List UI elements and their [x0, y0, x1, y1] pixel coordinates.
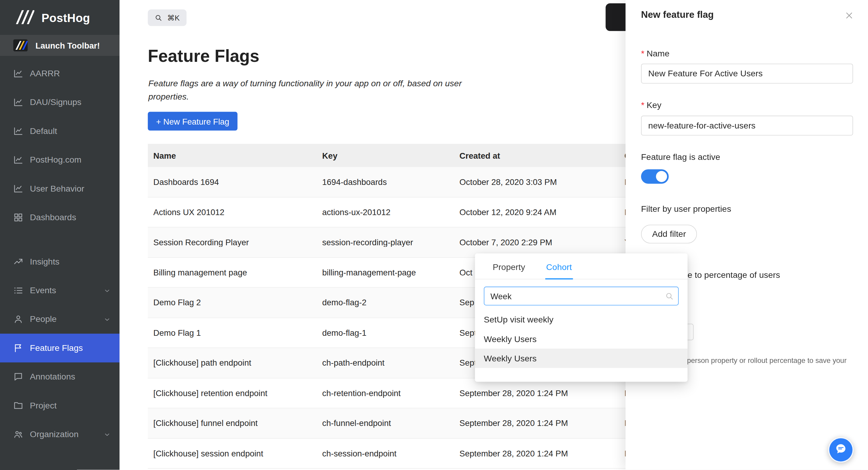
- column-header-name: Name: [148, 151, 317, 160]
- add-filter-button[interactable]: Add filter: [641, 225, 697, 244]
- sidebar-item-default[interactable]: Default: [0, 117, 120, 146]
- cell-created-at: October 7, 2020 2:29 PM: [454, 238, 619, 247]
- feature-flag-active-toggle[interactable]: [641, 169, 669, 184]
- sidebar-item-events[interactable]: Events: [0, 276, 120, 305]
- sidebar-item-annotations[interactable]: Annotations: [0, 362, 120, 391]
- cell-key: ch-funnel-endpoint: [317, 418, 454, 428]
- sidebar-item-label: AARRR: [30, 68, 60, 79]
- team-icon: [13, 429, 23, 439]
- description-line-1: Feature flags are a way of turning funct…: [149, 77, 462, 90]
- sidebar-item-dashboards[interactable]: Dashboards: [0, 203, 120, 232]
- sidebar-item-label: People: [30, 314, 57, 324]
- sidebar-item-label: Insights: [30, 257, 59, 267]
- cell-name: Demo Flag 2: [148, 298, 317, 307]
- sidebar-item-feature-flags[interactable]: Feature Flags: [0, 334, 120, 362]
- global-search-box[interactable]: ⌘K: [148, 9, 187, 26]
- cell-name: [Clickhouse] funnel endpoint: [148, 418, 317, 428]
- save-helper-text-fragment: person property or rollout percentage to…: [687, 356, 846, 365]
- chevron-down-icon: [103, 287, 111, 294]
- app-root: PostHog Launch Toolbar! AARRRDAU/Signups…: [0, 0, 868, 470]
- new-feature-flag-button[interactable]: + New Feature Flag: [148, 112, 238, 131]
- message-icon: [13, 372, 23, 382]
- column-header-created-at: Created at: [454, 151, 619, 160]
- sidebar-item-label: Organization: [30, 429, 79, 439]
- sidebar-item-label: DAU/Signups: [30, 97, 82, 107]
- cohort-option[interactable]: Weekly Users: [475, 329, 687, 348]
- logo-text: PostHog: [42, 12, 90, 25]
- required-asterisk: *: [641, 49, 644, 58]
- cell-created-at: October 12, 2020 9:24 AM: [454, 207, 619, 217]
- chat-widget-button[interactable]: [828, 437, 854, 463]
- filter-label: Filter by user properties: [641, 204, 731, 214]
- cell-name: [Clickhouse] path endpoint: [148, 358, 317, 368]
- cell-key: demo-flag-2: [317, 298, 454, 307]
- name-label: *Name: [641, 49, 670, 59]
- cell-key: session-recording-player: [317, 238, 454, 247]
- sidebar-item-posthog-com[interactable]: PostHog.com: [0, 146, 120, 174]
- posthog-mini-logo-icon: [13, 39, 28, 51]
- flag-icon: [13, 343, 23, 353]
- sidebar-item-project[interactable]: Project: [0, 391, 120, 420]
- sidebar-item-organization[interactable]: Organization: [0, 420, 120, 448]
- cell-key: ch-session-endpoint: [317, 448, 454, 458]
- new-feature-flag-drawer: New feature flag *Name *Key Feature flag…: [626, 0, 868, 470]
- sidebar-item-aarrr[interactable]: AARRR: [0, 59, 120, 88]
- rollout-label-fragment: e to percentage of users: [687, 270, 780, 280]
- sidebar-item-label: Feature Flags: [30, 343, 83, 353]
- cell-name: Dashboards 1694: [148, 177, 317, 186]
- popover-tabs: PropertyCohort: [475, 253, 687, 279]
- chevron-down-icon: [103, 431, 111, 438]
- tab-property[interactable]: Property: [492, 253, 526, 279]
- sidebar-item-label: Events: [30, 285, 56, 295]
- sidebar-item-label: User Behavior: [30, 184, 84, 194]
- search-shortcut-label: ⌘K: [167, 13, 180, 22]
- cell-name: Session Recording Player: [148, 238, 317, 247]
- cell-name: Actions UX 201012: [148, 207, 317, 217]
- cell-name: [Clickhouse] session endpoint: [148, 448, 317, 458]
- column-header-key: Key: [317, 151, 454, 160]
- sidebar-item-people[interactable]: People: [0, 305, 120, 334]
- cell-created-at: September 28, 2020 1:24 PM: [454, 418, 619, 428]
- trend-icon: [13, 257, 23, 267]
- cell-key: demo-flag-1: [317, 328, 454, 337]
- grid-icon: [13, 212, 23, 222]
- cell-key: ch-path-endpoint: [317, 358, 454, 368]
- person-icon: [13, 314, 23, 324]
- required-asterisk: *: [641, 100, 644, 109]
- cohort-search-input[interactable]: [484, 287, 679, 305]
- sidebar-nav: InsightsEventsPeopleFeature FlagsAnnotat…: [0, 247, 120, 449]
- sidebar-item-insights[interactable]: Insights: [0, 247, 120, 276]
- cell-created-at: September 28, 2020 1:24 PM: [454, 388, 619, 398]
- filter-select-popover: PropertyCohort SetUp visit weeklyWeekly …: [475, 253, 687, 382]
- cell-name: [Clickhouse] retention endpoint: [148, 388, 317, 398]
- cell-name: Billing management page: [148, 268, 317, 277]
- launch-toolbar-button[interactable]: Launch Toolbar!: [0, 35, 120, 56]
- chart-line-icon: [13, 97, 23, 107]
- close-icon[interactable]: [845, 11, 854, 20]
- search-icon: [155, 14, 162, 22]
- cohort-option[interactable]: Weekly Users: [475, 349, 687, 368]
- tab-cohort[interactable]: Cohort: [545, 253, 573, 279]
- name-field[interactable]: [641, 64, 853, 84]
- posthog-logo-icon: [14, 9, 34, 27]
- chart-line-icon: [13, 184, 23, 194]
- posthog-logo[interactable]: PostHog: [0, 0, 120, 35]
- folder-icon: [13, 401, 23, 411]
- sidebar-item-user-behavior[interactable]: User Behavior: [0, 175, 120, 203]
- sidebar-item-label: Annotations: [30, 372, 75, 382]
- sidebar-item-label: Project: [30, 401, 56, 411]
- drawer-title: New feature flag: [641, 9, 714, 21]
- search-icon: [665, 292, 674, 301]
- chart-line-icon: [13, 68, 23, 79]
- sidebar-item-dau-signups[interactable]: DAU/Signups: [0, 88, 120, 117]
- key-field[interactable]: [641, 116, 853, 135]
- sidebar: PostHog Launch Toolbar! AARRRDAU/Signups…: [0, 0, 120, 470]
- key-label: *Key: [641, 100, 661, 110]
- description-line-2: properties.: [149, 90, 462, 103]
- sidebar-item-label: PostHog.com: [30, 155, 82, 165]
- sidebar-pinned-dashboards: AARRRDAU/SignupsDefaultPostHog.comUser B…: [0, 59, 120, 232]
- active-label: Feature flag is active: [641, 152, 720, 162]
- cell-key: ch-retention-endpoint: [317, 388, 454, 398]
- page-title: Feature Flags: [148, 46, 259, 66]
- cohort-option[interactable]: SetUp visit weekly: [475, 310, 687, 329]
